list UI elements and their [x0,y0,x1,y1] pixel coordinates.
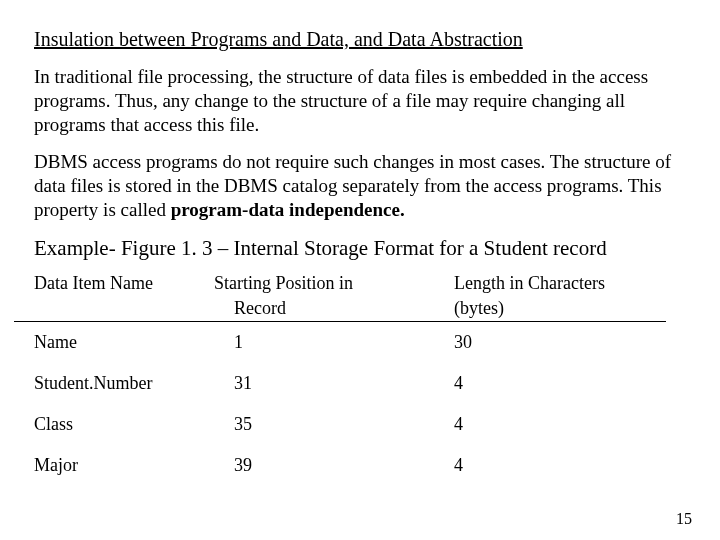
slide: Insulation between Programs and Data, an… [0,0,720,540]
cell-name: Major [34,455,234,476]
subheader-bytes: (bytes) [454,298,614,319]
example-caption: Example- Figure 1. 3 – Internal Storage … [34,236,686,261]
cell-start: 1 [234,332,454,353]
cell-len: 4 [454,455,614,476]
cell-start: 35 [234,414,454,435]
storage-format-table: Data Item Name Starting Position in Leng… [34,273,686,486]
header-length: Length in Characters [454,273,674,294]
table-header-row: Data Item Name Starting Position in Leng… [34,273,686,294]
section-heading: Insulation between Programs and Data, an… [34,28,686,51]
cell-name: Student.Number [34,373,234,394]
table-row: Student.Number 31 4 [34,363,686,404]
cell-name: Name [34,332,234,353]
paragraph-2: DBMS access programs do not require such… [34,150,686,221]
rule-left [14,321,422,322]
paragraph-1: In traditional file processing, the stru… [34,65,686,136]
header-data-item-name: Data Item Name [34,273,214,294]
header-starting-position: Starting Position in [214,273,454,294]
table-row: Name 1 30 [34,322,686,363]
page-number: 15 [676,510,692,528]
rule-right [422,321,666,322]
cell-len: 30 [454,332,614,353]
table-row: Major 39 4 [34,445,686,486]
cell-name: Class [34,414,234,435]
table-subheader-row: Record (bytes) [34,296,686,322]
cell-start: 39 [234,455,454,476]
paragraph-2-bold: program-data independence. [171,199,405,220]
cell-start: 31 [234,373,454,394]
table-row: Class 35 4 [34,404,686,445]
subheader-record: Record [234,298,454,319]
cell-len: 4 [454,414,614,435]
cell-len: 4 [454,373,614,394]
